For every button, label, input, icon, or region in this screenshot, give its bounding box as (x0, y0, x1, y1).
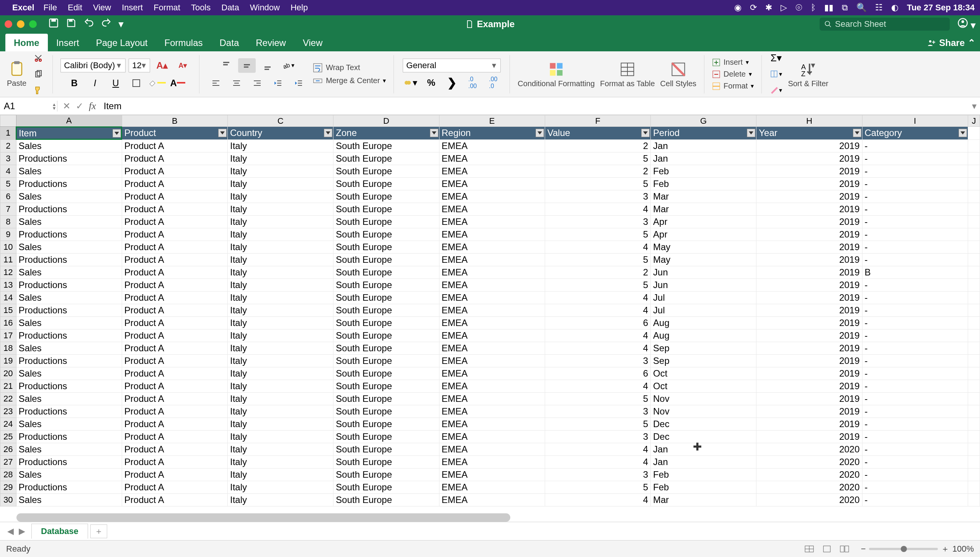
search-sheet-input[interactable]: Search Sheet (820, 18, 950, 31)
header-cell-year[interactable]: Year (756, 127, 862, 140)
menu-window[interactable]: Window (250, 3, 280, 13)
increase-font-button[interactable]: A▴ (153, 58, 171, 73)
row-header-30[interactable]: 30 (0, 493, 16, 506)
font-size-dropdown[interactable]: 12▾ (129, 59, 150, 72)
play-icon[interactable]: ▷ (781, 3, 787, 13)
close-window-button[interactable] (5, 20, 12, 28)
cell-G5[interactable]: Feb (651, 177, 756, 190)
cell-C2[interactable]: Italy (228, 139, 333, 152)
cell-F4[interactable]: 2 (545, 165, 650, 177)
fx-icon[interactable]: fx (89, 100, 96, 112)
wrap-text-button[interactable]: Wrap Text (313, 63, 360, 73)
cell-D4[interactable]: South Europe (333, 165, 439, 177)
row-header-22[interactable]: 22 (0, 392, 16, 405)
sheet-nav-next[interactable]: ▶ (16, 526, 28, 537)
cell-H2[interactable]: 2019 (756, 139, 862, 152)
spotlight-icon[interactable]: 🔍 (856, 3, 867, 13)
cell-I29[interactable]: - (862, 481, 968, 493)
row-header-16[interactable]: 16 (0, 316, 16, 329)
cell-B3[interactable]: Product A (122, 152, 227, 165)
siri-icon[interactable]: ◐ (891, 3, 898, 13)
add-sheet-button[interactable]: ＋ (90, 524, 107, 538)
font-name-dropdown[interactable]: Calibri (Body)▾ (60, 59, 126, 72)
cell-G2[interactable]: Jan (651, 139, 756, 152)
cell-A21[interactable]: Productions (16, 380, 122, 392)
horizontal-scrollbar[interactable] (16, 513, 510, 522)
cell-E11[interactable]: EMEA (439, 253, 545, 266)
row-header-12[interactable]: 12 (0, 266, 16, 278)
cell-D5[interactable]: South Europe (333, 177, 439, 190)
cell-A7[interactable]: Productions (16, 203, 122, 215)
cell-I21[interactable]: - (862, 380, 968, 392)
cell-styles-button[interactable]: Cell Styles (660, 61, 696, 88)
cell-I27[interactable]: - (862, 455, 968, 468)
cell-F22[interactable]: 5 (545, 392, 650, 405)
cell-I14[interactable]: - (862, 291, 968, 304)
cell-C15[interactable]: Italy (228, 304, 333, 316)
cell-F29[interactable]: 5 (545, 481, 650, 493)
sheet-nav-prev[interactable]: ◀ (5, 526, 16, 537)
col-header-C[interactable]: C (228, 115, 333, 127)
cell-D3[interactable]: South Europe (333, 152, 439, 165)
row-header-8[interactable]: 8 (0, 215, 16, 228)
header-cell-country[interactable]: Country (228, 127, 333, 140)
cell-D26[interactable]: South Europe (333, 443, 439, 455)
filter-button-year[interactable] (853, 129, 861, 137)
header-cell-value[interactable]: Value (545, 127, 650, 140)
record-icon[interactable]: ◉ (734, 3, 742, 13)
cell-B17[interactable]: Product A (122, 329, 227, 342)
cell-E8[interactable]: EMEA (439, 215, 545, 228)
cell-I13[interactable]: - (862, 278, 968, 291)
cell-E3[interactable]: EMEA (439, 152, 545, 165)
align-top-button[interactable] (217, 58, 235, 73)
tab-insert[interactable]: Insert (48, 34, 88, 51)
row-header-17[interactable]: 17 (0, 329, 16, 342)
fill-button[interactable]: ▾ (769, 68, 782, 81)
row-header-3[interactable]: 3 (0, 152, 16, 165)
cut-button[interactable] (32, 52, 45, 65)
cell-A5[interactable]: Productions (16, 177, 122, 190)
cell-F30[interactable]: 4 (545, 493, 650, 506)
filter-button-item[interactable] (113, 129, 121, 138)
cell-A14[interactable]: Sales (16, 291, 122, 304)
cell-A29[interactable]: Productions (16, 481, 122, 493)
cell-C26[interactable]: Italy (228, 443, 333, 455)
row-header-20[interactable]: 20 (0, 367, 16, 380)
paste-button[interactable]: Paste (7, 61, 26, 88)
normal-view-button[interactable] (802, 544, 817, 554)
cell-I28[interactable]: - (862, 468, 968, 481)
cell-H14[interactable]: 2019 (756, 291, 862, 304)
cell-H22[interactable]: 2019 (756, 392, 862, 405)
cell-A9[interactable]: Productions (16, 228, 122, 241)
cell-A20[interactable]: Sales (16, 367, 122, 380)
cell-F6[interactable]: 3 (545, 190, 650, 203)
name-box[interactable]: A1 ▴▾ (0, 101, 57, 111)
cell-I23[interactable]: - (862, 405, 968, 418)
copy-button[interactable] (32, 68, 45, 81)
orientation-button[interactable]: ab▾ (279, 58, 297, 73)
cell-H19[interactable]: 2019 (756, 354, 862, 367)
cell-B27[interactable]: Product A (122, 455, 227, 468)
tab-page-layout[interactable]: Page Layout (88, 34, 156, 51)
cell-G4[interactable]: Feb (651, 165, 756, 177)
cell-D12[interactable]: South Europe (333, 266, 439, 278)
cell-H7[interactable]: 2019 (756, 203, 862, 215)
cell-G22[interactable]: Nov (651, 392, 756, 405)
decrease-indent-button[interactable] (269, 76, 287, 90)
cell-H23[interactable]: 2019 (756, 405, 862, 418)
row-header-18[interactable]: 18 (0, 342, 16, 354)
cell-H27[interactable]: 2020 (756, 455, 862, 468)
cell-H11[interactable]: 2019 (756, 253, 862, 266)
insert-cells-button[interactable]: Insert ▾ (712, 58, 749, 67)
cell-G17[interactable]: Aug (651, 329, 756, 342)
cell-G19[interactable]: Sep (651, 354, 756, 367)
cell-B15[interactable]: Product A (122, 304, 227, 316)
increase-decimal-button[interactable]: .0.00 (464, 75, 481, 90)
cell-B28[interactable]: Product A (122, 468, 227, 481)
cell-H30[interactable]: 2020 (756, 493, 862, 506)
cell-F8[interactable]: 3 (545, 215, 650, 228)
col-header-I[interactable]: I (862, 115, 968, 127)
cell-I24[interactable]: - (862, 418, 968, 430)
cell-H13[interactable]: 2019 (756, 278, 862, 291)
control-center-icon[interactable]: ☷ (875, 3, 883, 13)
